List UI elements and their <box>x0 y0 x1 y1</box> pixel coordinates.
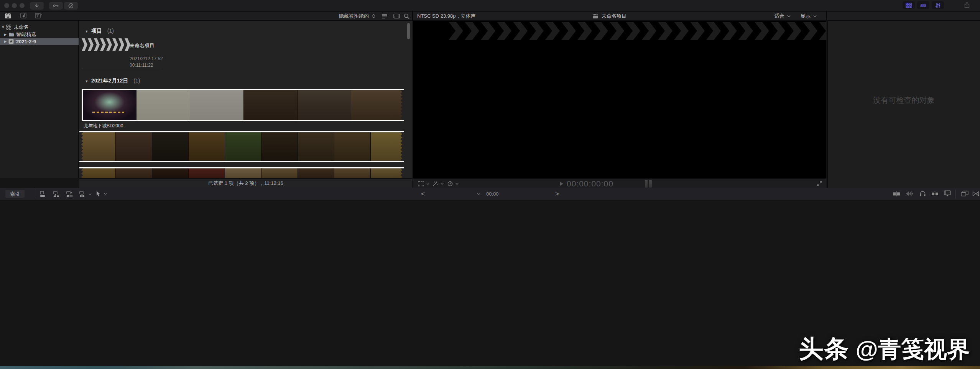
filmstrip-torn-edge <box>79 132 83 161</box>
chevron-down-icon <box>813 15 817 17</box>
project-thumbnail[interactable] <box>82 38 131 51</box>
sidebar-item-library[interactable]: ▼ 未命名 <box>0 24 79 31</box>
event-section-header[interactable]: ▼ 2021年2月12日 (1) <box>84 77 140 84</box>
section-title: 项目 <box>91 28 102 34</box>
disclosure-closed-icon[interactable]: ▶ <box>3 40 8 43</box>
clip-frame <box>189 132 225 161</box>
sidebar-tab-music[interactable] <box>20 13 27 19</box>
show-timeline-button[interactable] <box>917 1 929 9</box>
disclosure-open-icon[interactable]: ▼ <box>84 79 90 83</box>
sidebar-item-event[interactable]: ▶ 2021-2-9 <box>0 38 79 45</box>
audio-skimming-button[interactable] <box>906 191 914 197</box>
share-button[interactable] <box>963 2 971 9</box>
filmstrip-torn-edge <box>79 168 83 178</box>
sidebar-item-smart-collections[interactable]: ▶ 智能精选 <box>0 31 79 38</box>
browser-scrollbar[interactable] <box>407 23 410 39</box>
clip-frame <box>371 168 404 178</box>
tools-dropdown[interactable] <box>96 191 107 197</box>
clip-name[interactable]: 龙与地下城BD2000 <box>84 123 123 129</box>
enhancements-dropdown[interactable] <box>432 181 444 187</box>
section-title: 2021年2月12日 <box>91 77 128 84</box>
trim-clips-icon <box>893 191 900 197</box>
disclosure-open-icon[interactable]: ▼ <box>1 25 5 29</box>
search-button[interactable] <box>404 13 409 19</box>
search-icon <box>404 13 409 19</box>
check-circle-icon <box>68 3 74 8</box>
sidebar-tab-titles[interactable] <box>35 13 42 19</box>
disclosure-open-icon[interactable]: ▼ <box>84 30 90 33</box>
chevron-down-icon <box>455 183 459 185</box>
connect-edit-button[interactable] <box>40 191 46 197</box>
zoom-fit-dropdown[interactable]: 适合 <box>774 12 791 21</box>
show-secondary-displays-button[interactable] <box>961 191 968 197</box>
chevron-down-icon <box>89 193 92 195</box>
clip-appearance-button[interactable] <box>944 190 951 197</box>
clip-frame <box>136 90 190 120</box>
projects-section-header[interactable]: ▼ 项目 (1) <box>84 28 114 35</box>
timeline-back-button[interactable]: < <box>421 188 425 200</box>
watermark: 头条@青笺视界 <box>799 332 970 366</box>
fcp-window: 隐藏被拒绝的 NTSC SD 23.98p，立体声 未命名 <box>0 0 980 369</box>
show-inspector-button[interactable] <box>932 1 944 9</box>
sidebar-item-label: 2021-2-9 <box>16 39 36 44</box>
background-tasks-button[interactable] <box>64 2 78 10</box>
audio-meters[interactable] <box>645 180 653 188</box>
transform-tools-dropdown[interactable] <box>418 181 429 187</box>
timeline-forward-button[interactable]: > <box>555 188 559 200</box>
chevron-down-icon <box>787 15 791 17</box>
clip-filter-dropdown[interactable]: 隐藏被拒绝的 <box>339 12 375 21</box>
divider <box>82 69 162 69</box>
zoom-fit-label: 适合 <box>774 12 784 21</box>
insert-edit-icon <box>53 191 60 197</box>
section-count: (1) <box>107 28 114 34</box>
headphones-icon <box>919 190 926 197</box>
disclosure-closed-icon[interactable]: ▶ <box>3 33 8 36</box>
list-view-button[interactable] <box>381 13 387 19</box>
trim-display-button[interactable] <box>893 191 900 197</box>
color-wheel-icon <box>447 181 453 187</box>
clip-filmstrip-row[interactable] <box>79 167 404 178</box>
sidebar-item-label: 未命名 <box>14 24 29 31</box>
window-minimize-button[interactable] <box>12 3 17 8</box>
timeline-history-dropdown[interactable] <box>477 193 480 195</box>
color-correction-dropdown[interactable] <box>447 181 459 187</box>
viewer-project-title: 未命名项目 <box>592 12 626 21</box>
show-browser-button[interactable] <box>903 1 915 9</box>
clip-frame <box>116 168 152 178</box>
chevron-down-icon <box>441 183 444 185</box>
view-options-dropdown[interactable]: 显示 <box>801 12 817 21</box>
insert-edit-button[interactable] <box>53 191 60 197</box>
clip-filmstrip-row[interactable] <box>82 89 404 121</box>
transitions-browser-button[interactable] <box>972 191 979 196</box>
sidebar-tab-media[interactable] <box>5 13 12 19</box>
timeline-strip-icon <box>920 3 926 8</box>
clip-frame <box>298 132 334 161</box>
audio-meter-left <box>645 180 648 188</box>
clip-filter-label: 隐藏被拒绝的 <box>339 12 369 21</box>
keyword-editor-button[interactable] <box>49 2 63 10</box>
clip-filmstrip-row[interactable] <box>79 131 404 162</box>
watermark-handle: @青笺视界 <box>855 336 970 362</box>
clip-frame <box>152 168 189 178</box>
overwrite-edit-icon <box>79 191 86 197</box>
chevron-down-icon <box>104 193 107 195</box>
clip-frame <box>244 90 298 120</box>
solo-button[interactable] <box>919 190 926 197</box>
filmstrip-torn-edge <box>401 168 404 178</box>
snapping-button[interactable] <box>931 191 939 197</box>
timeline-timecode: 00:00 <box>486 188 499 200</box>
fullscreen-button[interactable] <box>817 181 822 186</box>
filmstrip-view-button[interactable] <box>393 13 400 19</box>
list-view-icon <box>381 13 387 19</box>
window-close-button[interactable] <box>4 3 9 8</box>
index-button[interactable]: 索引 <box>5 190 25 198</box>
import-media-button[interactable] <box>30 2 44 10</box>
window-zoom-button[interactable] <box>20 3 25 8</box>
viewer-timecode: 00:00:00:00 <box>567 179 613 188</box>
project-name[interactable]: 未命名项目 <box>130 42 155 49</box>
overwrite-edit-dropdown[interactable] <box>79 191 92 197</box>
toolbar-row: 隐藏被拒绝的 NTSC SD 23.98p，立体声 未命名 <box>0 12 980 21</box>
clip-frame <box>225 132 261 161</box>
viewer-placeholder-chevrons <box>449 22 826 40</box>
append-edit-button[interactable] <box>66 191 73 197</box>
